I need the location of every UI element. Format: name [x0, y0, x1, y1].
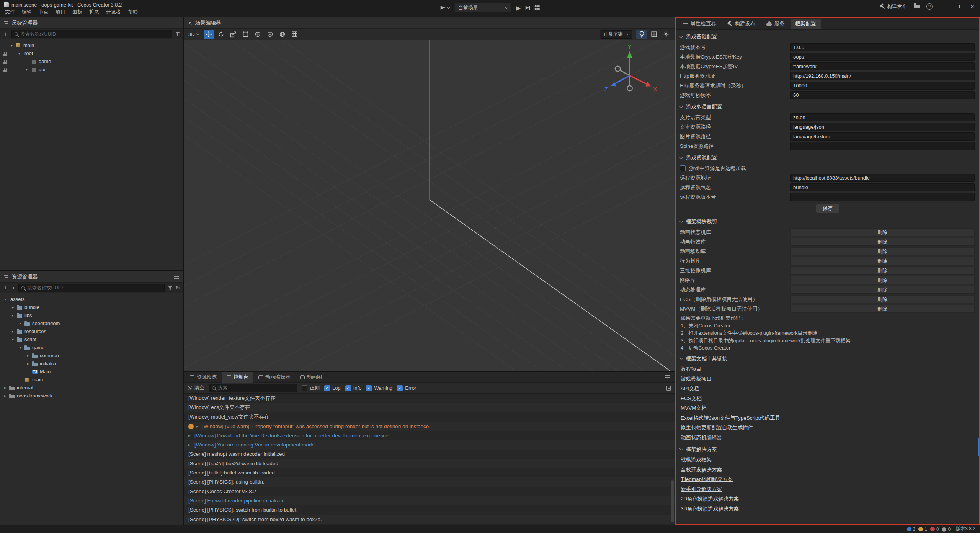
menu-item[interactable]: 扩展 — [86, 7, 103, 16]
transform-gizmo-button[interactable] — [253, 30, 263, 39]
console-log-row[interactable]: [Window] render_texture文件夹不存在 — [184, 394, 675, 403]
help-icon[interactable]: ? — [926, 3, 933, 10]
preview-layout-button[interactable] — [534, 5, 539, 10]
solution-link[interactable]: 新手引导解决方案 — [681, 486, 722, 493]
step-button[interactable] — [525, 6, 530, 10]
move-tool-button[interactable] — [204, 30, 214, 39]
console-log-row[interactable]: [Window] model_view文件夹不存在 — [184, 412, 675, 422]
save-button[interactable]: 保存 — [816, 204, 840, 213]
console-log-row[interactable]: [Scene] [PHYSICS]: using builtin. — [184, 477, 675, 487]
delete-module-button[interactable]: 删除 — [790, 276, 975, 284]
expand-arrow-icon[interactable] — [8, 43, 15, 47]
delete-module-button[interactable]: 删除 — [790, 295, 975, 303]
snap-settings-button[interactable] — [289, 30, 300, 39]
solution-link[interactable]: 2D角色扮演游戏解决方案 — [681, 495, 739, 502]
message-count[interactable]: 0 — [942, 526, 951, 532]
expand-arrow-icon[interactable] — [24, 67, 30, 72]
console-log-row[interactable]: [Window] Download the Vue Devtools exten… — [184, 431, 675, 440]
coordinate-space-toggle-button[interactable] — [277, 30, 288, 39]
info-count[interactable]: 3 — [907, 526, 916, 532]
menu-item[interactable]: 编辑 — [18, 7, 35, 16]
scene-viewport[interactable]: Y X Z — [184, 40, 675, 371]
panel-menu-icon[interactable] — [665, 375, 670, 379]
sort-assets-icon[interactable] — [11, 285, 15, 291]
expand-arrow-icon[interactable] — [10, 329, 16, 334]
section-game-basic-config[interactable]: 游戏基础配置 — [676, 31, 979, 43]
open-log-file-icon[interactable] — [666, 386, 671, 391]
create-node-button[interactable]: + — [3, 31, 8, 37]
menu-item[interactable]: 面板 — [69, 7, 86, 16]
expand-arrow-icon[interactable] — [16, 51, 23, 56]
assets-searchbox[interactable] — [18, 284, 165, 292]
asset-node-row[interactable]: bundle — [0, 303, 183, 311]
window-minimize-button[interactable] — [939, 3, 947, 10]
solution-link[interactable]: 3D角色扮演游戏解决方案 — [681, 505, 739, 512]
asset-node-row[interactable]: assets — [0, 295, 183, 303]
field-input[interactable]: http://192.168.0.150/main/ — [790, 72, 975, 80]
console-log-row[interactable]: [Scene] Forward render pipeline initiali… — [184, 496, 675, 505]
solution-link[interactable]: 战棋游戏框架 — [681, 456, 712, 463]
expand-arrow-icon[interactable] — [25, 361, 31, 366]
checkbox-icon[interactable] — [324, 385, 330, 391]
panel-menu-icon[interactable] — [174, 21, 179, 25]
window-maximize-button[interactable] — [954, 3, 962, 10]
hierarchy-node-row[interactable]: root — [0, 49, 183, 57]
expand-arrow-icon[interactable] — [2, 386, 8, 390]
field-input[interactable] — [790, 142, 975, 150]
asset-node-row[interactable]: common — [0, 352, 183, 360]
tab-property-inspector[interactable]: 属性检查器 — [678, 19, 721, 29]
console-log-row[interactable]: [Window] You are running Vue in developm… — [184, 440, 675, 449]
checkbox-icon[interactable] — [397, 385, 403, 391]
console-log-row[interactable]: [Scene] [box2d]:box2d wasm lib loaded. — [184, 459, 675, 468]
section-solutions[interactable]: 框架解决方案 — [676, 444, 979, 455]
rotate-tool-button[interactable] — [216, 30, 227, 39]
checkbox-icon[interactable] — [345, 385, 351, 391]
rect-tool-button[interactable] — [240, 30, 251, 39]
console-log-row[interactable]: [Scene] [bullet]:bullet wasm lib loaded. — [184, 468, 675, 477]
assets-search-input[interactable] — [27, 285, 162, 291]
menu-item[interactable]: 项目 — [52, 7, 69, 16]
console-log-row[interactable]: [Scene] [PHYSICS]: switch from builtin t… — [184, 505, 675, 515]
expand-arrow-icon[interactable] — [2, 297, 8, 301]
tab-services[interactable]: 服务 — [761, 19, 790, 29]
expand-arrow-icon[interactable] — [10, 337, 16, 342]
3d-mode-toggle[interactable]: 3D — [187, 31, 202, 37]
lock-icon[interactable] — [2, 42, 8, 49]
build-publish-button[interactable]: 构建发布 — [879, 3, 907, 10]
lock-icon[interactable] — [2, 66, 8, 74]
delete-module-button[interactable]: 删除 — [790, 266, 975, 275]
asset-node-row[interactable]: resources — [0, 327, 183, 335]
scene-lighting-toggle[interactable] — [636, 30, 647, 39]
asset-node-row[interactable]: libs — [0, 311, 183, 319]
refresh-icon[interactable]: ↻ — [175, 285, 180, 291]
log-level-filter[interactable]: Log — [324, 385, 341, 391]
field-input[interactable]: language/texture — [790, 132, 975, 141]
console-scrollbar[interactable] — [671, 480, 674, 522]
warning-count[interactable]: 1 — [918, 526, 927, 532]
doc-link[interactable]: MVVM文档 — [681, 405, 707, 412]
asset-node-row[interactable]: main — [0, 376, 183, 384]
field-input[interactable]: oops — [790, 53, 975, 61]
log-expand-arrow-icon[interactable] — [188, 442, 194, 447]
solution-link[interactable]: Tiledmap地图解决方案 — [681, 476, 733, 483]
menu-item[interactable]: 文件 — [2, 7, 18, 16]
asset-node-row[interactable]: internal — [0, 384, 183, 392]
filter-icon[interactable] — [168, 286, 172, 290]
preview-scene-select[interactable]: 当前场景 — [454, 3, 512, 12]
panel-menu-icon[interactable] — [174, 275, 179, 279]
log-level-filter[interactable]: Warning — [366, 385, 392, 391]
expand-arrow-icon[interactable] — [17, 321, 24, 325]
doc-link[interactable]: 动画状态机编辑器 — [681, 434, 722, 441]
delete-module-button[interactable]: 删除 — [790, 228, 975, 236]
doc-link[interactable]: 教程项目 — [681, 366, 701, 373]
remote-load-checkbox[interactable] — [680, 165, 686, 171]
log-expand-arrow-icon[interactable] — [196, 424, 202, 429]
expand-arrow-icon[interactable] — [17, 345, 24, 350]
menu-item[interactable]: 帮助 — [124, 7, 141, 16]
section-game-i18n-config[interactable]: 游戏多语言配置 — [676, 101, 979, 113]
asset-node-row[interactable]: seedrandom — [0, 319, 183, 327]
console-searchbox[interactable] — [209, 384, 297, 392]
open-project-folder-icon[interactable] — [914, 5, 920, 8]
lock-icon[interactable] — [2, 58, 8, 65]
console-search-input[interactable] — [218, 385, 294, 391]
